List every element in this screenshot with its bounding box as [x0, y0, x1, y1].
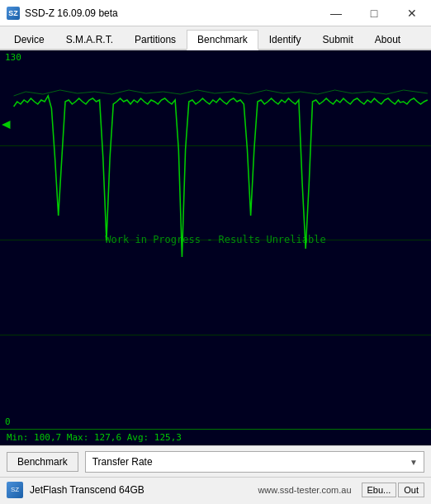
title-bar: SZ SSD-Z 16.09.09 beta — □ ✕	[0, 0, 431, 26]
tab-bar: Device S.M.A.R.T. Partitions Benchmark I…	[0, 26, 431, 50]
device-name: JetFlash Transcend 64GB	[30, 484, 251, 496]
chart-stats: Min: 100,7 Max: 127,6 Avg: 125,3	[7, 432, 182, 443]
transfer-type-dropdown[interactable]: Transfer Rate Access Time IOPS	[85, 451, 424, 473]
tab-identify[interactable]: Identify	[258, 30, 312, 49]
app-icon: SZ	[7, 7, 20, 20]
bottom-controls: Benchmark Transfer Rate Access Time IOPS…	[0, 445, 431, 477]
transfer-type-dropdown-container: Transfer Rate Access Time IOPS ▼	[85, 451, 424, 473]
benchmark-button[interactable]: Benchmark	[7, 452, 78, 472]
close-button[interactable]: ✕	[393, 0, 431, 26]
title-bar-left: SZ SSD-Z 16.09.09 beta	[7, 7, 118, 20]
minimize-button[interactable]: —	[317, 0, 355, 26]
website-url: www.ssd-tester.com.au	[258, 485, 351, 495]
window-controls: — □ ✕	[317, 0, 431, 26]
tab-benchmark[interactable]: Benchmark	[187, 30, 258, 50]
status-buttons: Ebu... Out	[362, 483, 424, 497]
status-btn-out[interactable]: Out	[398, 483, 424, 497]
status-btn-ebu[interactable]: Ebu...	[362, 483, 397, 497]
status-bar: SZ JetFlash Transcend 64GB www.ssd-teste…	[0, 477, 431, 502]
maximize-button[interactable]: □	[355, 0, 393, 26]
tab-submit[interactable]: Submit	[311, 30, 363, 49]
chart-svg	[0, 50, 431, 429]
status-app-icon: SZ	[7, 482, 23, 498]
benchmark-chart: 130 0 Work in Progress - Results Unrelia…	[0, 50, 431, 429]
tab-smart[interactable]: S.M.A.R.T.	[55, 30, 124, 49]
tab-device[interactable]: Device	[3, 30, 55, 49]
tab-partitions[interactable]: Partitions	[124, 30, 187, 49]
tab-about[interactable]: About	[364, 30, 411, 49]
stats-bar: Min: 100,7 Max: 127,6 Avg: 125,3	[0, 429, 431, 445]
svg-marker-0	[2, 121, 10, 129]
window-title: SSD-Z 16.09.09 beta	[25, 7, 118, 19]
